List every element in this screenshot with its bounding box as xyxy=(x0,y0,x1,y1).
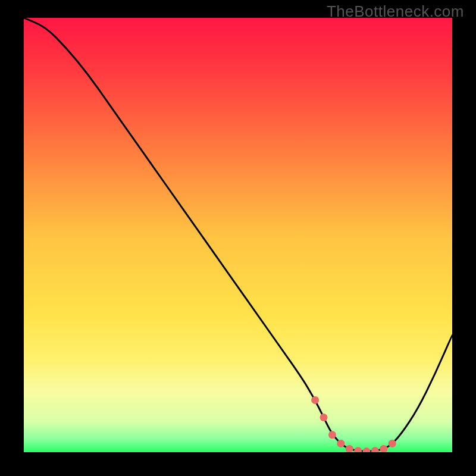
watermark-text: TheBottleneck.com xyxy=(327,2,464,21)
optimal-marker xyxy=(328,431,336,439)
optimal-marker xyxy=(389,440,396,447)
chart-frame: TheBottleneck.com xyxy=(0,0,476,476)
chart-svg xyxy=(24,18,452,452)
gradient-background xyxy=(24,18,452,452)
optimal-marker xyxy=(320,414,328,421)
optimal-marker xyxy=(337,440,345,447)
plot-area xyxy=(24,18,452,452)
optimal-marker xyxy=(311,396,319,404)
